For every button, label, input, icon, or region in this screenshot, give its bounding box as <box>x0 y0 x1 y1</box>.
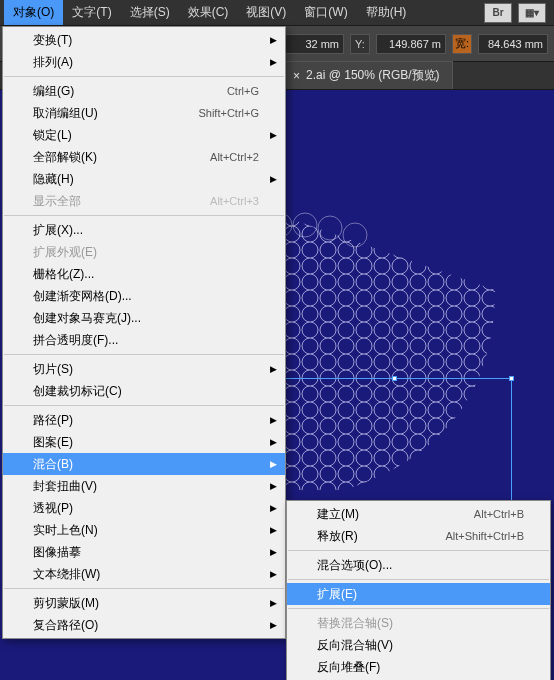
menu-item-label: 文本绕排(W) <box>33 566 100 583</box>
object-item-21[interactable]: 图案(E)▶ <box>3 431 285 453</box>
submenu-arrow-icon: ▶ <box>270 481 277 491</box>
blend-item-1[interactable]: 释放(R)Alt+Shift+Ctrl+B <box>287 525 550 547</box>
submenu-arrow-icon: ▶ <box>270 569 277 579</box>
object-item-4[interactable]: 取消编组(U)Shift+Ctrl+G <box>3 102 285 124</box>
submenu-arrow-icon: ▶ <box>270 525 277 535</box>
menu-item-shortcut: Alt+Ctrl+3 <box>210 195 259 207</box>
menubar: 对象(O) 文字(T) 选择(S) 效果(C) 视图(V) 窗口(W) 帮助(H… <box>0 0 554 26</box>
object-item-14[interactable]: 创建对象马赛克(J)... <box>3 307 285 329</box>
submenu-arrow-icon: ▶ <box>270 130 277 140</box>
menu-separator <box>4 215 284 216</box>
object-item-0[interactable]: 变换(T)▶ <box>3 29 285 51</box>
submenu-arrow-icon: ▶ <box>270 35 277 45</box>
menu-item-label: 释放(R) <box>317 528 358 545</box>
menu-window[interactable]: 窗口(W) <box>295 0 356 25</box>
document-tab[interactable]: × 2.ai @ 150% (RGB/预览) <box>280 61 453 89</box>
menu-item-label: 创建裁切标记(C) <box>33 383 122 400</box>
menu-item-label: 图像描摹 <box>33 544 81 561</box>
menu-help[interactable]: 帮助(H) <box>357 0 416 25</box>
object-item-18[interactable]: 创建裁切标记(C) <box>3 380 285 402</box>
menu-item-label: 路径(P) <box>33 412 73 429</box>
object-item-6[interactable]: 全部解锁(K)Alt+Ctrl+2 <box>3 146 285 168</box>
menu-item-label: 显示全部 <box>33 193 81 210</box>
menu-separator <box>4 76 284 77</box>
menu-object[interactable]: 对象(O) <box>4 0 63 25</box>
menu-item-shortcut: Shift+Ctrl+G <box>198 107 259 119</box>
bridge-icon[interactable]: Br <box>484 3 512 23</box>
object-item-20[interactable]: 路径(P)▶ <box>3 409 285 431</box>
width-input[interactable] <box>478 34 548 54</box>
object-item-25[interactable]: 实时上色(N)▶ <box>3 519 285 541</box>
menu-select[interactable]: 选择(S) <box>121 0 179 25</box>
submenu-arrow-icon: ▶ <box>270 174 277 184</box>
submenu-arrow-icon: ▶ <box>270 547 277 557</box>
object-item-27[interactable]: 文本绕排(W)▶ <box>3 563 285 585</box>
object-item-23[interactable]: 封套扭曲(V)▶ <box>3 475 285 497</box>
submenu-arrow-icon: ▶ <box>270 459 277 469</box>
arrange-documents-icon[interactable]: ▦▾ <box>518 3 546 23</box>
submenu-arrow-icon: ▶ <box>270 57 277 67</box>
object-item-26[interactable]: 图像描摹▶ <box>3 541 285 563</box>
menu-view[interactable]: 视图(V) <box>237 0 295 25</box>
menu-item-label: 反向堆叠(F) <box>317 659 380 676</box>
object-item-1[interactable]: 排列(A)▶ <box>3 51 285 73</box>
object-item-24[interactable]: 透视(P)▶ <box>3 497 285 519</box>
object-item-17[interactable]: 切片(S)▶ <box>3 358 285 380</box>
menu-item-shortcut: Ctrl+G <box>227 85 259 97</box>
menu-item-label: 取消编组(U) <box>33 105 98 122</box>
menu-item-shortcut: Alt+Ctrl+2 <box>210 151 259 163</box>
menu-item-label: 创建对象马赛克(J)... <box>33 310 141 327</box>
blend-item-9[interactable]: 反向堆叠(F) <box>287 656 550 678</box>
blend-item-5[interactable]: 扩展(E) <box>287 583 550 605</box>
object-item-22[interactable]: 混合(B)▶ <box>3 453 285 475</box>
tab-close-icon[interactable]: × <box>293 69 300 83</box>
tab-title: 2.ai @ 150% (RGB/预览) <box>306 67 440 84</box>
y-position-input[interactable] <box>376 34 446 54</box>
object-item-15[interactable]: 拼合透明度(F)... <box>3 329 285 351</box>
menu-item-label: 混合(B) <box>33 456 73 473</box>
menu-item-label: 隐藏(H) <box>33 171 74 188</box>
blend-item-3[interactable]: 混合选项(O)... <box>287 554 550 576</box>
menu-separator <box>4 588 284 589</box>
menu-item-label: 反向混合轴(V) <box>317 637 393 654</box>
object-item-3[interactable]: 编组(G)Ctrl+G <box>3 80 285 102</box>
menu-item-label: 编组(G) <box>33 83 74 100</box>
object-item-7[interactable]: 隐藏(H)▶ <box>3 168 285 190</box>
menu-item-label: 建立(M) <box>317 506 359 523</box>
menu-item-label: 封套扭曲(V) <box>33 478 97 495</box>
submenu-arrow-icon: ▶ <box>270 503 277 513</box>
menu-item-label: 变换(T) <box>33 32 72 49</box>
menu-separator <box>288 579 549 580</box>
object-item-30[interactable]: 复合路径(O)▶ <box>3 614 285 636</box>
blend-item-0[interactable]: 建立(M)Alt+Ctrl+B <box>287 503 550 525</box>
menu-item-label: 锁定(L) <box>33 127 72 144</box>
object-item-5[interactable]: 锁定(L)▶ <box>3 124 285 146</box>
menu-item-label: 创建渐变网格(D)... <box>33 288 132 305</box>
menu-separator <box>4 354 284 355</box>
width-label: 宽: <box>452 34 472 54</box>
object-item-10[interactable]: 扩展(X)... <box>3 219 285 241</box>
menu-separator <box>4 405 284 406</box>
blend-submenu: 建立(M)Alt+Ctrl+B释放(R)Alt+Shift+Ctrl+B混合选项… <box>286 500 551 680</box>
submenu-arrow-icon: ▶ <box>270 415 277 425</box>
menu-effect[interactable]: 效果(C) <box>179 0 238 25</box>
blend-item-8[interactable]: 反向混合轴(V) <box>287 634 550 656</box>
y-label: Y: <box>350 34 370 54</box>
selection-handle[interactable] <box>392 376 397 381</box>
object-dropdown: 变换(T)▶排列(A)▶编组(G)Ctrl+G取消编组(U)Shift+Ctrl… <box>2 26 286 639</box>
object-item-13[interactable]: 创建渐变网格(D)... <box>3 285 285 307</box>
object-item-29[interactable]: 剪切蒙版(M)▶ <box>3 592 285 614</box>
object-item-12[interactable]: 栅格化(Z)... <box>3 263 285 285</box>
menu-type[interactable]: 文字(T) <box>63 0 120 25</box>
menu-item-label: 图案(E) <box>33 434 73 451</box>
menu-item-label: 扩展(X)... <box>33 222 83 239</box>
submenu-arrow-icon: ▶ <box>270 437 277 447</box>
blend-item-7: 替换混合轴(S) <box>287 612 550 634</box>
object-item-8: 显示全部Alt+Ctrl+3 <box>3 190 285 212</box>
menu-item-label: 剪切蒙版(M) <box>33 595 99 612</box>
selection-handle[interactable] <box>509 376 514 381</box>
menu-item-label: 扩展(E) <box>317 586 357 603</box>
menu-item-label: 全部解锁(K) <box>33 149 97 166</box>
menu-item-label: 混合选项(O)... <box>317 557 392 574</box>
menu-item-label: 替换混合轴(S) <box>317 615 393 632</box>
